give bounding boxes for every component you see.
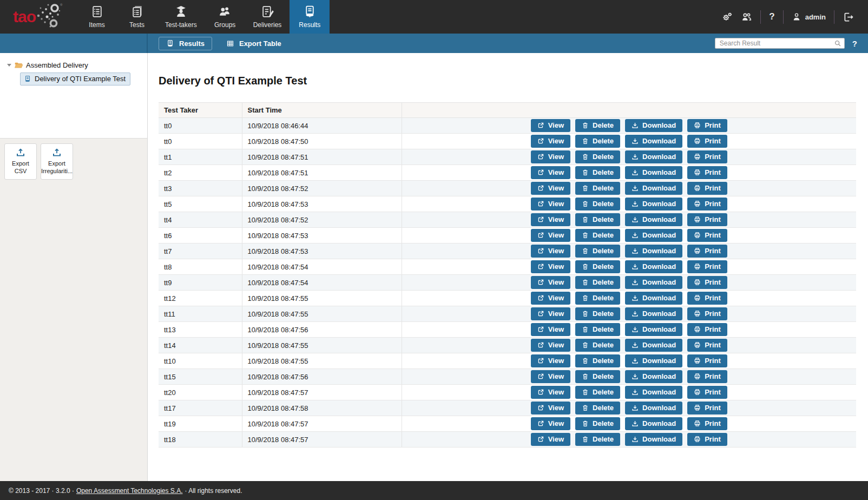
print-button[interactable]: Print [687, 213, 727, 226]
download-button[interactable]: Download [625, 402, 682, 415]
nav-item-tests[interactable]: Tests [117, 0, 157, 34]
download-button[interactable]: Download [625, 150, 682, 163]
delete-button[interactable]: Delete [575, 433, 620, 446]
print-button[interactable]: Print [687, 166, 727, 179]
view-button[interactable]: View [531, 166, 570, 179]
print-button[interactable]: Print [687, 354, 727, 367]
settings-button[interactable] [721, 11, 733, 23]
download-button[interactable]: Download [625, 292, 682, 305]
view-button[interactable]: View [531, 213, 570, 226]
download-button[interactable]: Download [625, 354, 682, 367]
delete-button[interactable]: Delete [575, 245, 620, 258]
print-button[interactable]: Print [687, 198, 727, 210]
view-button[interactable]: View [531, 339, 570, 352]
print-button[interactable]: Print [687, 433, 727, 446]
download-button[interactable]: Download [625, 229, 682, 242]
print-button[interactable]: Print [687, 119, 727, 132]
print-button[interactable]: Print [687, 182, 727, 195]
delete-button[interactable]: Delete [575, 354, 620, 367]
view-button[interactable]: View [531, 433, 570, 446]
export-csv-button[interactable]: Export CSV [4, 143, 37, 180]
download-button[interactable]: Download [625, 198, 682, 210]
download-button[interactable]: Download [625, 119, 682, 132]
download-button[interactable]: Download [625, 260, 682, 273]
print-button[interactable]: Print [687, 245, 727, 258]
download-button[interactable]: Download [625, 386, 682, 399]
nav-item-test-takers[interactable]: Test-takers [157, 0, 205, 34]
view-button[interactable]: View [531, 150, 570, 163]
delete-button[interactable]: Delete [575, 402, 620, 415]
download-button[interactable]: Download [625, 276, 682, 289]
view-button[interactable]: View [531, 119, 570, 132]
view-button[interactable]: View [531, 182, 570, 195]
view-button[interactable]: View [531, 229, 570, 242]
print-button[interactable]: Print [687, 135, 727, 148]
toolbar-help-button[interactable]: ? [852, 39, 857, 48]
view-button[interactable]: View [531, 354, 570, 367]
view-button[interactable]: View [531, 402, 570, 415]
search-input[interactable] [715, 38, 845, 49]
view-button[interactable]: View [531, 260, 570, 273]
print-button[interactable]: Print [687, 323, 727, 336]
nav-item-deliveries[interactable]: Deliveries [245, 0, 290, 34]
user-management-button[interactable] [741, 11, 752, 23]
view-button[interactable]: View [531, 370, 570, 383]
logout-button[interactable] [843, 11, 854, 23]
delete-button[interactable]: Delete [575, 386, 620, 399]
delete-button[interactable]: Delete [575, 135, 620, 148]
print-button[interactable]: Print [687, 370, 727, 383]
view-button[interactable]: View [531, 198, 570, 210]
view-button[interactable]: View [531, 276, 570, 289]
delete-button[interactable]: Delete [575, 119, 620, 132]
print-button[interactable]: Print [687, 339, 727, 352]
delete-button[interactable]: Delete [575, 213, 620, 226]
delete-button[interactable]: Delete [575, 166, 620, 179]
delete-button[interactable]: Delete [575, 276, 620, 289]
view-button[interactable]: View [531, 245, 570, 258]
view-button[interactable]: View [531, 323, 570, 336]
tao-logo[interactable]: tao ® [0, 0, 77, 34]
help-button[interactable]: ? [769, 11, 774, 22]
download-button[interactable]: Download [625, 339, 682, 352]
view-button[interactable]: View [531, 386, 570, 399]
download-button[interactable]: Download [625, 135, 682, 148]
download-button[interactable]: Download [625, 370, 682, 383]
tree-node-assembled-delivery[interactable]: Assembled Delivery [7, 61, 142, 69]
delete-button[interactable]: Delete [575, 260, 620, 273]
view-button[interactable]: View [531, 417, 570, 430]
delete-button[interactable]: Delete [575, 370, 620, 383]
print-button[interactable]: Print [687, 417, 727, 430]
view-button[interactable]: View [531, 307, 570, 320]
download-button[interactable]: Download [625, 166, 682, 179]
user-menu[interactable]: admin [792, 12, 826, 22]
delete-button[interactable]: Delete [575, 292, 620, 305]
print-button[interactable]: Print [687, 260, 727, 273]
view-button[interactable]: View [531, 292, 570, 305]
footer-link[interactable]: Open Assessment Technologies S.A. [76, 487, 183, 495]
print-button[interactable]: Print [687, 386, 727, 399]
search-icon[interactable] [834, 40, 841, 47]
print-button[interactable]: Print [687, 402, 727, 415]
delete-button[interactable]: Delete [575, 229, 620, 242]
delete-button[interactable]: Delete [575, 198, 620, 210]
export-irregularities-button[interactable]: Export Irregulariti... [41, 143, 73, 180]
delete-button[interactable]: Delete [575, 323, 620, 336]
download-button[interactable]: Download [625, 323, 682, 336]
nav-item-results[interactable]: Results [290, 0, 330, 34]
download-button[interactable]: Download [625, 417, 682, 430]
nav-item-groups[interactable]: Groups [205, 0, 245, 34]
delete-button[interactable]: Delete [575, 417, 620, 430]
view-button[interactable]: View [531, 135, 570, 148]
download-button[interactable]: Download [625, 245, 682, 258]
print-button[interactable]: Print [687, 307, 727, 320]
delete-button[interactable]: Delete [575, 150, 620, 163]
print-button[interactable]: Print [687, 276, 727, 289]
download-button[interactable]: Download [625, 182, 682, 195]
print-button[interactable]: Print [687, 150, 727, 163]
chevron-down-icon[interactable] [7, 64, 11, 67]
print-button[interactable]: Print [687, 229, 727, 242]
download-button[interactable]: Download [625, 307, 682, 320]
tree-node-delivery-selected[interactable]: Delivery of QTI Example Test [20, 73, 130, 85]
results-view-button[interactable]: Results [159, 37, 212, 50]
delete-button[interactable]: Delete [575, 307, 620, 320]
